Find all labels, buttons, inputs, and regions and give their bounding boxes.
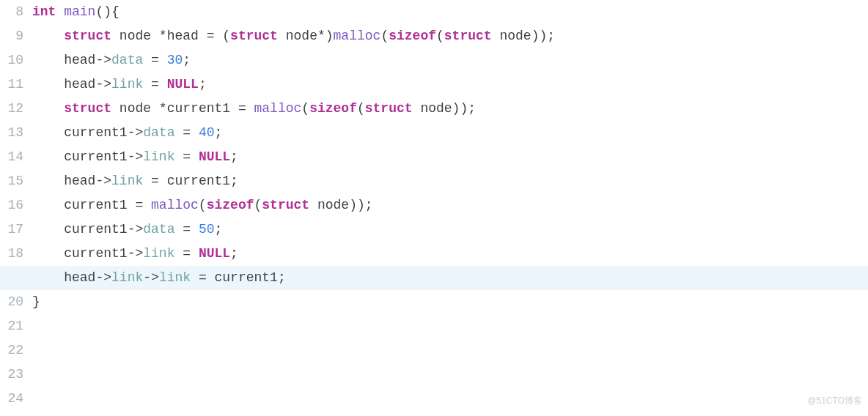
code-token: = [230, 101, 254, 116]
code-token [111, 101, 119, 116]
code-token: current1 [167, 174, 230, 188]
code-token: = [143, 77, 166, 92]
code-token: struct [262, 198, 309, 212]
line-number: 22 [0, 338, 26, 363]
code-token: ( [199, 198, 207, 212]
line-number: 10 [0, 48, 26, 73]
line-number: 17 [0, 218, 26, 242]
code-token: ; [230, 246, 238, 261]
code-token: ; [199, 77, 207, 92]
code-token [278, 29, 286, 43]
code-token: ( [254, 198, 262, 212]
code-token: -> [128, 125, 144, 140]
code-line: current1->data = 50; [32, 218, 868, 242]
code-token: head [64, 77, 95, 92]
line-number: 13 [0, 121, 26, 145]
code-token [32, 174, 64, 188]
code-line: current1 = malloc(sizeof(struct node)); [32, 193, 868, 218]
code-token: link [159, 270, 191, 285]
code-token: struct [444, 29, 492, 43]
code-token: NULL [199, 149, 230, 164]
code-token: current1 [167, 101, 230, 116]
code-token: 50 [199, 222, 215, 237]
line-number: 11 [0, 73, 26, 97]
code-token: 30 [167, 53, 183, 67]
code-token [309, 198, 317, 212]
code-token [32, 246, 64, 261]
code-token: -> [128, 246, 144, 261]
code-token: -> [143, 270, 159, 285]
code-token: -> [128, 222, 144, 237]
code-token: 40 [199, 125, 215, 140]
code-token: node [317, 198, 349, 212]
code-token: * [151, 29, 167, 43]
code-token: = [143, 174, 166, 188]
code-token: node [119, 29, 151, 43]
code-token: (){ [95, 4, 119, 19]
watermark-text: @51CTO博客 [807, 389, 862, 413]
code-token: ; [278, 270, 286, 285]
code-token: data [143, 125, 174, 140]
code-token: data [143, 222, 174, 237]
line-number: 8 [0, 0, 26, 24]
code-token: current1 [64, 222, 127, 237]
code-token: NULL [199, 246, 230, 261]
code-block: int main(){ struct node *head = (struct … [32, 0, 868, 314]
code-token: current1 [215, 270, 278, 285]
code-token [32, 149, 64, 164]
line-number: 9 [0, 24, 26, 48]
code-line: int main(){ [32, 0, 868, 24]
code-token: int [32, 4, 56, 19]
line-number: 21 [0, 314, 26, 338]
code-line: } [32, 290, 868, 314]
code-token: )); [532, 29, 555, 43]
code-token: = [174, 222, 198, 237]
code-token: ; [214, 125, 222, 140]
code-token: link [111, 174, 143, 188]
code-token: node [420, 101, 452, 116]
code-token: )); [349, 198, 372, 212]
code-token: malloc [151, 198, 199, 212]
code-token: node [286, 29, 317, 43]
code-token: = [191, 270, 214, 285]
code-token: = [174, 125, 198, 140]
code-token: -> [95, 174, 111, 188]
line-number: 24 [0, 387, 26, 411]
line-number: 16 [0, 193, 26, 218]
code-token: -> [95, 77, 111, 92]
code-token: -> [95, 270, 111, 285]
code-token: ( [357, 101, 365, 116]
code-token: current1 [64, 198, 127, 212]
code-token: sizeof [207, 198, 254, 212]
line-number: 20 [0, 290, 26, 314]
code-token: current1 [64, 246, 127, 261]
code-line: head->data = 30; [32, 48, 868, 73]
code-line: current1->link = NULL; [32, 145, 868, 169]
code-token: = [128, 198, 151, 212]
code-token: sizeof [309, 101, 357, 116]
line-number: 14 [0, 145, 26, 169]
code-token: malloc [254, 101, 302, 116]
code-token [32, 270, 64, 285]
code-token: head [64, 53, 95, 67]
code-token: main [64, 4, 95, 19]
code-viewport: 8 9 10 11 12 13 14 15 16 17 18 19 20 21 … [0, 0, 868, 416]
line-number: 23 [0, 363, 26, 387]
code-token: ; [214, 222, 222, 237]
code-token: struct [64, 29, 111, 43]
code-token: link [111, 77, 143, 92]
code-token: } [32, 294, 40, 309]
code-token: )); [452, 101, 476, 116]
code-token: -> [128, 149, 144, 164]
code-token: node [499, 29, 531, 43]
code-token [32, 77, 64, 92]
code-token [32, 101, 64, 116]
code-token: node [119, 101, 151, 116]
code-token [32, 53, 64, 67]
line-number: 18 [0, 242, 26, 266]
code-token: ; [230, 149, 238, 164]
code-token [413, 101, 421, 116]
code-line: struct node *head = (struct node*)malloc… [32, 24, 868, 48]
code-token [492, 29, 500, 43]
line-number: 15 [0, 169, 26, 193]
